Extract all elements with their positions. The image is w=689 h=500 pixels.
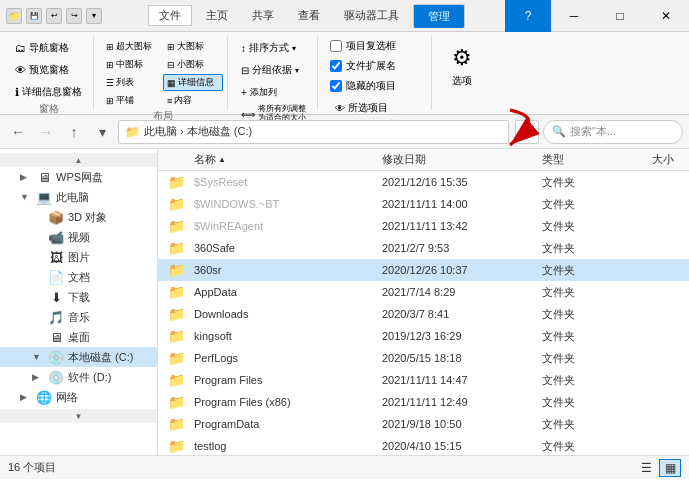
- undo-icon[interactable]: ↩: [46, 8, 62, 24]
- group-icon: ⊟: [241, 65, 249, 76]
- folder-icon-6: 📁: [158, 306, 194, 322]
- table-row[interactable]: 📁 Downloads 2020/3/7 8:41 文件夹: [158, 303, 689, 325]
- table-row[interactable]: 📁 AppData 2021/7/14 8:29 文件夹: [158, 281, 689, 303]
- search-bar[interactable]: 🔍 搜索"本...: [543, 120, 683, 144]
- options-btn[interactable]: ⚙ 选项: [440, 38, 484, 94]
- tab-manage[interactable]: 管理: [413, 4, 465, 28]
- this-pc-icon: 💻: [36, 189, 52, 205]
- quick-access-icon[interactable]: 💾: [26, 8, 42, 24]
- redo-icon[interactable]: ↪: [66, 8, 82, 24]
- forward-button[interactable]: →: [34, 120, 58, 144]
- view-content-btn[interactable]: ≡ 内容: [163, 92, 223, 109]
- file-extensions-input[interactable]: [330, 60, 342, 72]
- refresh-button[interactable]: ↻: [515, 120, 539, 144]
- preview-pane-btn[interactable]: 👁 预览窗格: [10, 60, 87, 80]
- sidebar-item-network[interactable]: ▶ 🌐 网络: [0, 387, 157, 407]
- sidebar-item-this-pc[interactable]: ▼ 💻 此电脑: [0, 187, 157, 207]
- sidebar-item-music[interactable]: ▶ 🎵 音乐: [0, 307, 157, 327]
- view-huge-icon-btn[interactable]: ⊞ 超大图标: [102, 38, 162, 55]
- sidebar-item-local-c[interactable]: ▼ 💿 本地磁盘 (C:): [0, 347, 157, 367]
- 3d-label: 3D 对象: [68, 210, 107, 225]
- item-checkbox-input[interactable]: [330, 40, 342, 52]
- folder-icon-3: 📁: [158, 240, 194, 256]
- table-row[interactable]: 📁 $SysReset 2021/12/16 15:35 文件夹: [158, 171, 689, 193]
- tab-view[interactable]: 查看: [288, 6, 330, 25]
- docs-label: 文档: [68, 270, 90, 285]
- table-row[interactable]: 📁 360sr 2020/12/26 10:37 文件夹: [158, 259, 689, 281]
- sidebar-scroll-down[interactable]: ▼: [0, 409, 157, 423]
- view-medium-icon-btn[interactable]: ⊞ 中图标: [102, 56, 162, 73]
- navigation-pane-btn[interactable]: 🗂 导航窗格: [10, 38, 87, 58]
- sidebar-item-3d[interactable]: ▶ 📦 3D 对象: [0, 207, 157, 227]
- address-bar[interactable]: 📁 此电脑 › 本地磁盘 (C:): [118, 120, 509, 144]
- tab-file[interactable]: 文件: [148, 5, 192, 26]
- status-list-view-btn[interactable]: ☰: [635, 459, 657, 477]
- tab-drive-tools[interactable]: 驱动器工具: [334, 6, 409, 25]
- view-large-icon-btn[interactable]: ⊞ 大图标: [163, 38, 223, 55]
- title-bar: 📁 💾 ↩ ↪ ▾ 文件 主页 共享 查看 驱动器工具 管理 ? ─ □ ✕: [0, 0, 689, 32]
- recent-locations-button[interactable]: ▾: [90, 120, 114, 144]
- add-columns-btn[interactable]: + 添加列: [236, 82, 313, 102]
- sidebar-item-downloads[interactable]: ▶ ⬇ 下载: [0, 287, 157, 307]
- options-icon: ⚙: [448, 44, 476, 72]
- table-row[interactable]: 📁 ProgramData 2021/9/18 10:50 文件夹: [158, 413, 689, 435]
- details-pane-icon: ℹ: [15, 86, 19, 99]
- col-header-name[interactable]: 名称 ▲: [158, 152, 378, 167]
- sidebar-item-docs[interactable]: ▶ 📄 文档: [0, 267, 157, 287]
- item-checkbox-check[interactable]: 项目复选框: [330, 39, 423, 53]
- up-button[interactable]: ↑: [62, 120, 86, 144]
- pictures-label: 图片: [68, 250, 90, 265]
- folder-icon-8: 📁: [158, 350, 194, 366]
- file-extensions-check[interactable]: 文件扩展名: [330, 59, 423, 73]
- tab-home[interactable]: 主页: [196, 6, 238, 25]
- view-tile-btn[interactable]: ⊞ 平铺: [102, 92, 162, 109]
- hidden-items-input[interactable]: [330, 80, 342, 92]
- table-row[interactable]: 📁 Program Files 2021/11/11 14:47 文件夹: [158, 369, 689, 391]
- table-row[interactable]: 📁 PerfLogs 2020/5/15 18:18 文件夹: [158, 347, 689, 369]
- file-date-5: 2021/7/14 8:29: [378, 286, 538, 298]
- folder-icon-10: 📁: [158, 394, 194, 410]
- sidebar-scroll-up[interactable]: ▲: [0, 153, 157, 167]
- table-row[interactable]: 📁 $WINDOWS.~BT 2021/11/11 14:00 文件夹: [158, 193, 689, 215]
- expand-icon-desktop: ▶: [32, 332, 44, 342]
- detail-view-icon: ▦: [167, 78, 176, 88]
- dropdown-icon[interactable]: ▾: [86, 8, 102, 24]
- col-header-date[interactable]: 修改日期: [378, 152, 538, 167]
- this-pc-label: 此电脑: [56, 190, 89, 205]
- file-name-2: $WinREAgent: [194, 220, 378, 232]
- folder-icon-5: 📁: [158, 284, 194, 300]
- table-row[interactable]: 📁 Program Files (x86) 2021/11/11 12:49 文…: [158, 391, 689, 413]
- help-button[interactable]: ?: [505, 0, 551, 32]
- table-row[interactable]: 📁 kingsoft 2019/12/3 16:29 文件夹: [158, 325, 689, 347]
- tab-share[interactable]: 共享: [242, 6, 284, 25]
- search-icon: 🔍: [552, 125, 566, 138]
- sidebar-item-pictures[interactable]: ▶ 🖼 图片: [0, 247, 157, 267]
- table-row[interactable]: 📁 360Safe 2021/2/7 9:53 文件夹: [158, 237, 689, 259]
- video-icon: 📹: [48, 229, 64, 245]
- hidden-items-check[interactable]: 隐藏的项目: [330, 79, 423, 93]
- col-header-type[interactable]: 类型: [538, 152, 618, 167]
- view-list-btn[interactable]: ☰ 列表: [102, 74, 162, 91]
- sort-group: ↕ 排序方式 ▾ ⊟ 分组依据 ▾ + 添加列 ⟺: [232, 36, 318, 110]
- close-button[interactable]: ✕: [643, 0, 689, 32]
- back-button[interactable]: ←: [6, 120, 30, 144]
- network-label: 网络: [56, 390, 78, 405]
- hide-selected-btn[interactable]: 👁 所选项目: [330, 98, 423, 118]
- details-pane-btn[interactable]: ℹ 详细信息窗格: [10, 82, 87, 102]
- view-small-icon-btn[interactable]: ⊟ 小图标: [163, 56, 223, 73]
- file-date-3: 2021/2/7 9:53: [378, 242, 538, 254]
- view-detail-btn[interactable]: ▦ 详细信息: [163, 74, 223, 91]
- file-type-10: 文件夹: [538, 395, 618, 410]
- sidebar-item-video[interactable]: ▶ 📹 视频: [0, 227, 157, 247]
- sidebar-item-desktop[interactable]: ▶ 🖥 桌面: [0, 327, 157, 347]
- maximize-button[interactable]: □: [597, 0, 643, 32]
- table-row[interactable]: 📁 testlog 2020/4/10 15:15 文件夹: [158, 435, 689, 455]
- sort-by-btn[interactable]: ↕ 排序方式 ▾: [236, 38, 313, 58]
- status-detail-view-btn[interactable]: ▦: [659, 459, 681, 477]
- minimize-button[interactable]: ─: [551, 0, 597, 32]
- col-header-size[interactable]: 大小: [618, 152, 678, 167]
- sidebar-item-wps[interactable]: ▶ 🖥 WPS网盘: [0, 167, 157, 187]
- group-by-btn[interactable]: ⊟ 分组依据 ▾: [236, 60, 313, 80]
- sidebar-item-software-d[interactable]: ▶ 💿 软件 (D:): [0, 367, 157, 387]
- table-row[interactable]: 📁 $WinREAgent 2021/11/11 13:42 文件夹: [158, 215, 689, 237]
